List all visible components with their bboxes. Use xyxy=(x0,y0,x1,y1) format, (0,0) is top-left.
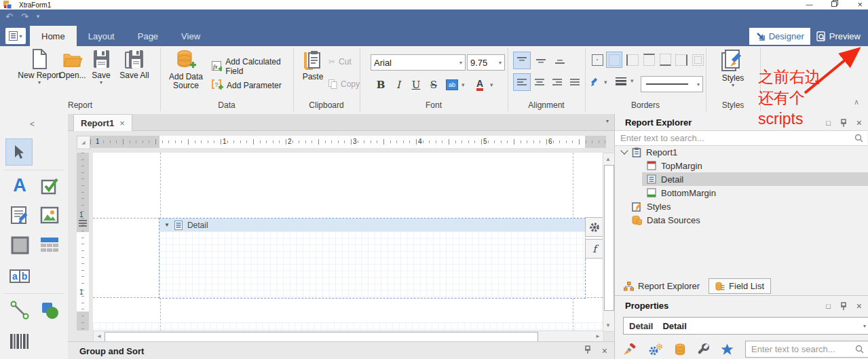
band-scripts-button[interactable]: f xyxy=(585,239,604,259)
toolbox-collapse-button[interactable]: < xyxy=(30,119,35,129)
font-color-button[interactable]: A xyxy=(471,76,489,94)
ribbon-collapse-button[interactable]: ∧ xyxy=(854,98,859,107)
styles-button[interactable]: Styles▾ xyxy=(717,49,749,88)
band-splitter-handle[interactable] xyxy=(79,220,87,227)
tool-label[interactable]: A xyxy=(8,174,31,197)
tool-shape[interactable] xyxy=(38,299,61,322)
maximize-panel-icon[interactable]: □ xyxy=(826,119,831,127)
align-middle-button[interactable] xyxy=(532,52,550,69)
scroll-right-icon[interactable]: ► xyxy=(595,333,601,339)
tab-page[interactable]: Page xyxy=(126,26,170,46)
bold-button[interactable]: B xyxy=(372,76,390,94)
tool-rich-text[interactable] xyxy=(8,204,31,227)
horizontal-scroll-thumb[interactable] xyxy=(105,332,538,342)
designer-mode-button[interactable]: Designer xyxy=(749,28,810,45)
object-selector-dropdown-icon[interactable]: ▾ xyxy=(863,324,866,328)
tab-field-list[interactable]: Field List xyxy=(709,278,771,294)
align-center-button[interactable] xyxy=(531,73,548,91)
report-explorer-search-input[interactable] xyxy=(615,133,854,143)
font-size-input[interactable] xyxy=(468,58,496,68)
add-data-source-button[interactable]: Add Data Source xyxy=(166,49,206,90)
border-left-button[interactable] xyxy=(624,52,641,68)
align-left-button[interactable] xyxy=(513,73,531,91)
highlight-button[interactable]: ab xyxy=(444,76,460,94)
tree-item-topmargin[interactable]: TopMargin xyxy=(615,159,868,172)
close-panel-icon[interactable]: × xyxy=(856,301,862,311)
align-justify-button[interactable] xyxy=(566,73,584,91)
tab-list-dropdown-icon[interactable]: ▾ xyxy=(606,119,609,124)
properties-object-selector[interactable]: Detail Detail ▾ xyxy=(623,317,868,335)
align-right-button[interactable] xyxy=(548,73,566,91)
border-all-button[interactable] xyxy=(589,52,605,68)
tree-item-detail[interactable]: Detail xyxy=(615,172,868,186)
add-parameter-button[interactable]: ? Add Parameter xyxy=(212,79,282,91)
border-color-dropdown-icon[interactable]: ▾ xyxy=(604,80,607,85)
tools-wrench-icon[interactable] xyxy=(697,343,709,356)
tab-report-explorer[interactable]: Report Explorer xyxy=(618,279,706,293)
scroll-up-icon[interactable]: ▲ xyxy=(605,156,611,162)
detail-band[interactable]: ▼ Detail xyxy=(159,218,586,299)
tab-layout[interactable]: Layout xyxy=(77,26,126,46)
redo-button[interactable]: ↷ xyxy=(21,12,29,22)
font-size-combobox[interactable]: ▾ xyxy=(467,54,505,71)
strikeout-button[interactable]: S xyxy=(425,76,442,94)
band-collapse-icon[interactable]: ▼ xyxy=(164,222,170,228)
border-right-button[interactable] xyxy=(673,52,690,68)
border-outside-button[interactable] xyxy=(690,52,706,68)
close-panel-icon[interactable]: × xyxy=(602,345,607,356)
report-explorer-search[interactable] xyxy=(615,130,867,146)
tool-picture-box[interactable] xyxy=(38,204,61,227)
align-top-button[interactable] xyxy=(513,52,531,69)
align-bottom-button[interactable] xyxy=(551,52,569,69)
add-calculated-field-button[interactable]: fx Add Calculated Field xyxy=(212,57,293,76)
save-all-button[interactable]: Save All xyxy=(117,49,152,80)
tool-panel[interactable] xyxy=(8,233,31,257)
pin-icon[interactable] xyxy=(840,302,847,310)
tab-home[interactable]: Home xyxy=(30,26,77,46)
vertical-scroll-thumb[interactable] xyxy=(604,165,614,311)
highlight-dropdown-icon[interactable]: ▾ xyxy=(461,83,465,88)
tree-item-data-sources[interactable]: Data Sources xyxy=(615,213,868,227)
tree-item-report1[interactable]: Report1 xyxy=(615,145,868,159)
properties-search-input[interactable] xyxy=(746,344,855,354)
tab-view[interactable]: View xyxy=(170,26,212,46)
border-top-button[interactable] xyxy=(641,52,657,68)
border-bottom-button[interactable] xyxy=(657,52,673,68)
app-menu-button[interactable]: ▾ xyxy=(5,28,26,44)
restore-button[interactable] xyxy=(831,0,838,10)
favorites-star-icon[interactable] xyxy=(721,343,734,356)
paste-button[interactable]: Paste xyxy=(299,49,327,81)
appearance-brush-icon[interactable] xyxy=(623,343,637,356)
data-category-icon[interactable] xyxy=(675,343,685,356)
border-none-button[interactable] xyxy=(606,52,622,68)
scroll-left-icon[interactable]: ◄ xyxy=(96,333,102,339)
line-weight-button[interactable]: ▾ xyxy=(615,76,634,86)
cut-button[interactable]: ✂ Cut xyxy=(328,57,352,67)
font-size-dropdown-icon[interactable]: ▾ xyxy=(496,60,504,65)
font-color-dropdown-icon[interactable]: ▾ xyxy=(490,83,493,88)
font-name-combobox[interactable]: ▾ xyxy=(371,54,466,71)
tool-character-comb[interactable]: a b xyxy=(8,265,31,288)
preview-mode-button[interactable]: Preview xyxy=(810,28,867,45)
copy-button[interactable]: Copy xyxy=(328,79,360,89)
font-name-input[interactable] xyxy=(371,58,457,68)
tool-line[interactable] xyxy=(8,299,31,322)
maximize-panel-icon[interactable]: □ xyxy=(826,302,831,310)
line-weight-dropdown-icon[interactable]: ▾ xyxy=(630,79,634,83)
band-tasks-button[interactable] xyxy=(585,217,604,237)
document-tab-close-icon[interactable]: × xyxy=(119,118,125,128)
tool-table[interactable] xyxy=(38,233,61,257)
tool-barcode[interactable] xyxy=(8,330,31,353)
chevron-down-icon[interactable] xyxy=(620,147,628,154)
band-design-grid[interactable] xyxy=(159,231,585,298)
font-name-dropdown-icon[interactable]: ▾ xyxy=(457,60,465,65)
undo-button[interactable]: ↶ xyxy=(5,12,13,22)
save-button[interactable]: Save▾ xyxy=(87,49,115,85)
qat-dropdown-icon[interactable]: ▾ xyxy=(37,14,40,19)
line-style-dropdown-icon[interactable]: ▾ xyxy=(694,82,702,87)
document-tab-report1[interactable]: Report1 × xyxy=(73,114,132,131)
report-page[interactable]: ▼ Detail xyxy=(93,153,603,330)
tool-pointer[interactable] xyxy=(5,138,33,166)
scroll-down-icon[interactable]: ▼ xyxy=(605,322,611,328)
properties-search[interactable] xyxy=(745,341,868,358)
